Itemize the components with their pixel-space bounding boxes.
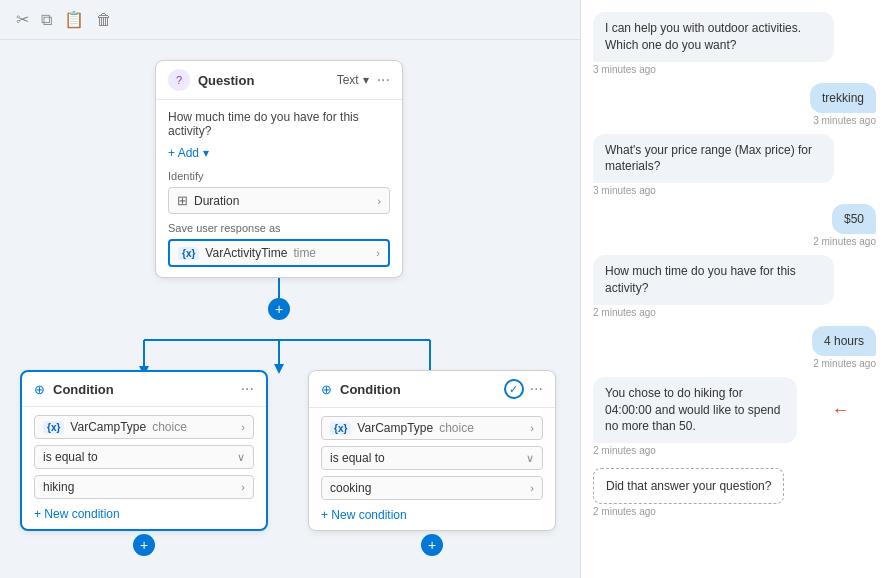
chat-message-8: Did that answer your question? 2 minutes… [593,464,876,517]
condition-menu-right[interactable]: ··· [530,380,543,398]
condition-icon-left: ⊕ [34,382,45,397]
chat-time-8: 2 minutes ago [593,506,656,517]
identify-value: Duration [194,194,377,208]
plus-button-left-bottom[interactable]: + [133,534,155,556]
var-choice-right: choice [439,421,474,435]
did-answer-card: Did that answer your question? [593,468,784,504]
var-icon: {x} [178,247,199,260]
chevron-right-icon: › [530,482,534,494]
chat-message-6: 4 hours 2 minutes ago [593,326,876,369]
card-header: ? Question Text ▾ ··· [156,61,402,100]
new-condition-right[interactable]: + New condition [321,508,543,522]
bot-bubble-2: What's your price range (Max price) for … [593,134,834,184]
chat-time-2: 3 minutes ago [813,115,876,126]
chat-message-1: I can help you with outdoor activities. … [593,12,876,75]
save-label: Save user response as [168,222,390,234]
condition-menu-left[interactable]: ··· [241,380,254,398]
plus-button-right-bottom[interactable]: + [421,534,443,556]
value-row-left[interactable]: hiking › [34,475,254,499]
canvas: ? Question Text ▾ ··· How much time do y… [0,40,580,576]
plus-button-main[interactable]: + [268,298,290,320]
card-type[interactable]: Text ▾ [337,73,369,87]
user-bubble-2: $50 [832,204,876,234]
equals-text-left: is equal to [43,450,237,464]
condition-card-right: ⊕ Condition ✓ ··· {x} VarCampType choice… [308,370,556,531]
question-text: How much time do you have for this activ… [168,110,390,138]
chevron-right-icon: › [241,481,245,493]
var-row-right[interactable]: {x} VarCampType choice › [321,416,543,440]
identify-row[interactable]: ⊞ Duration › [168,187,390,214]
chat-message-2: trekking 3 minutes ago [593,83,876,126]
equals-row-right[interactable]: is equal to ∨ [321,446,543,470]
chevron-down-icon: ∨ [526,452,534,465]
user-bubble-3: 4 hours [812,326,876,356]
chat-message-4: $50 2 minutes ago [593,204,876,247]
chat-time-4: 2 minutes ago [813,236,876,247]
equals-row-left[interactable]: is equal to ∨ [34,445,254,469]
chat-message-7: You chose to do hiking for 04:00:00 and … [593,377,876,456]
cut-icon[interactable]: ✂ [16,10,29,29]
var-name-left: VarCampType [70,420,146,434]
chat-time-7: 2 minutes ago [593,445,656,456]
chat-panel: I can help you with outdoor activities. … [580,0,888,578]
svg-marker-6 [274,364,284,374]
condition-icon-right: ⊕ [321,382,332,397]
var-row-left[interactable]: {x} VarCampType choice › [34,415,254,439]
paste-icon[interactable]: 📋 [64,10,84,29]
condition-title-left: Condition [53,382,114,397]
identify-label: Identify [168,170,390,182]
var-choice-left: choice [152,420,187,434]
add-button[interactable]: + Add ▾ [168,146,390,160]
var-name-right: VarCampType [357,421,433,435]
arrow-indicator: ← [832,399,850,420]
value-text-left: hiking [43,480,241,494]
check-icon-right: ✓ [504,379,524,399]
flow-editor: ✂ ⧉ 📋 🗑 ? [0,0,580,578]
question-card: ? Question Text ▾ ··· How much time do y… [155,60,403,278]
toolbar: ✂ ⧉ 📋 🗑 [0,0,580,40]
condition-header-left: ⊕ Condition ··· [22,372,266,407]
condition-body-right: {x} VarCampType choice › is equal to ∨ c… [309,408,555,530]
condition-header-right: ⊕ Condition ✓ ··· [309,371,555,408]
bot-bubble-4: You chose to do hiking for 04:00:00 and … [593,377,797,443]
copy-icon[interactable]: ⧉ [41,11,52,29]
bot-bubble-1: I can help you with outdoor activities. … [593,12,834,62]
chat-message-3: What's your price range (Max price) for … [593,134,876,197]
user-bubble-1: trekking [810,83,876,113]
chevron-down-icon: ∨ [237,451,245,464]
bot-bubble-7-wrapper: You chose to do hiking for 04:00:00 and … [593,377,834,443]
new-condition-left[interactable]: + New condition [34,507,254,521]
var-badge-right: {x} [330,422,351,435]
chevron-right-icon: › [241,421,245,433]
card-title: Question [198,73,254,88]
condition-body-left: {x} VarCampType choice › is equal to ∨ h… [22,407,266,529]
bot-bubble-3: How much time do you have for this activ… [593,255,834,305]
var-type: time [293,246,316,260]
card-menu-icon[interactable]: ··· [377,71,390,89]
chat-time-5: 2 minutes ago [593,307,656,318]
chevron-right-icon: › [377,195,381,207]
chat-time-3: 3 minutes ago [593,185,656,196]
value-text-right: cooking [330,481,530,495]
chat-time-6: 2 minutes ago [813,358,876,369]
chat-time-1: 3 minutes ago [593,64,656,75]
question-icon: ? [168,69,190,91]
table-icon: ⊞ [177,193,188,208]
chat-message-5: How much time do you have for this activ… [593,255,876,318]
delete-icon[interactable]: 🗑 [96,11,112,29]
value-row-right[interactable]: cooking › [321,476,543,500]
var-name: VarActivityTime [205,246,287,260]
chevron-right-icon: › [376,247,380,259]
save-row[interactable]: {x} VarActivityTime time › [168,239,390,267]
chevron-right-icon: › [530,422,534,434]
equals-text-right: is equal to [330,451,526,465]
condition-title-right: Condition [340,382,401,397]
card-body: How much time do you have for this activ… [156,100,402,277]
condition-card-left: ⊕ Condition ··· {x} VarCampType choice ›… [20,370,268,531]
var-badge-left: {x} [43,421,64,434]
